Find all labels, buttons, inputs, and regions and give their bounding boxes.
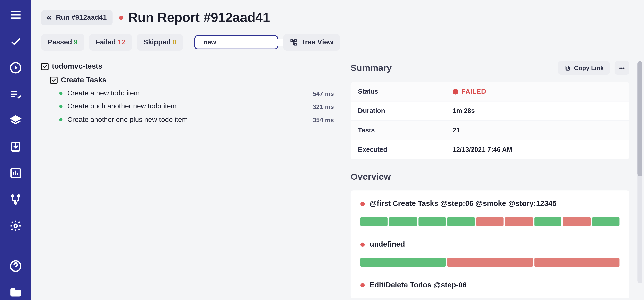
checkmark-icon[interactable] [9, 35, 22, 48]
play-circle-icon[interactable] [9, 62, 22, 74]
svg-point-32 [623, 68, 624, 68]
checkbox-checked-icon [50, 76, 57, 84]
segment-pass[interactable] [360, 258, 446, 267]
overview-segment-bar [360, 217, 619, 226]
overview-group-row[interactable]: Edit/Delete Todos @step-06 [360, 281, 619, 289]
svg-point-16 [18, 195, 20, 197]
svg-marker-8 [11, 116, 20, 121]
segment-pass[interactable] [360, 217, 388, 226]
overview-group-row[interactable]: @first Create Tasks @step:06 @smoke @sto… [360, 199, 619, 208]
checkbox-checked-icon [41, 63, 48, 70]
svg-rect-27 [294, 43, 296, 45]
svg-marker-4 [15, 66, 18, 70]
dots-icon [619, 65, 625, 71]
import-icon[interactable] [9, 141, 22, 153]
help-icon[interactable] [9, 260, 22, 272]
overview-segment-bar [360, 258, 619, 267]
summary-table: Status FAILED Duration 1m 28s Tests 21 [351, 82, 629, 159]
segment-fail[interactable] [505, 217, 533, 226]
layers-icon[interactable] [9, 114, 22, 127]
pass-dot-icon [59, 105, 62, 108]
segment-pass[interactable] [389, 217, 417, 226]
menu-icon[interactable] [9, 8, 22, 21]
svg-point-15 [12, 195, 14, 197]
fail-dot-icon [360, 202, 365, 206]
search-input[interactable] [203, 39, 290, 46]
table-row: Tests 21 [351, 121, 629, 140]
tree-view-button[interactable]: Tree View [283, 34, 340, 51]
tree-test-row[interactable]: Create a new todo item 547 ms [41, 87, 334, 100]
segment-fail[interactable] [476, 217, 504, 226]
overview-group-row[interactable]: undefined [360, 240, 619, 249]
breadcrumb-back-button[interactable]: Run #912aad41 [41, 10, 112, 25]
summary-pane: Summary Copy Link Status [344, 55, 644, 300]
svg-rect-29 [565, 66, 569, 69]
breadcrumb-label: Run #912aad41 [56, 13, 107, 22]
playlist-check-icon[interactable] [9, 88, 22, 100]
segment-fail[interactable] [563, 217, 591, 226]
copy-icon [564, 65, 571, 71]
more-menu-button[interactable] [615, 61, 629, 75]
fail-dot-icon [360, 242, 365, 246]
svg-point-31 [622, 68, 622, 68]
page-title: Run Report #912aad41 [128, 10, 270, 25]
left-nav-rail: U [0, 0, 31, 300]
segment-pass[interactable] [418, 217, 446, 226]
fail-dot-icon [453, 89, 458, 95]
svg-point-17 [15, 202, 17, 204]
scrollbar-thumb[interactable] [637, 61, 642, 176]
filter-failed-button[interactable]: Failed12 [89, 34, 132, 51]
test-tree-pane: todomvc-tests Create Tasks Create a new … [31, 55, 344, 300]
scrollbar-track[interactable] [637, 61, 642, 283]
table-row: Duration 1m 28s [351, 102, 629, 121]
segment-pass[interactable] [534, 217, 562, 226]
pass-dot-icon [59, 118, 62, 121]
segment-pass[interactable] [592, 217, 620, 226]
svg-rect-26 [294, 40, 296, 41]
summary-title: Summary [351, 63, 392, 73]
fail-dot-icon [360, 283, 365, 287]
gear-icon[interactable] [9, 220, 22, 232]
status-dot-icon [119, 15, 123, 19]
overview-title: Overview [351, 171, 639, 182]
pass-dot-icon [59, 92, 62, 95]
status-badge: FAILED [462, 88, 486, 95]
search-box[interactable] [194, 35, 278, 50]
tree-group-row[interactable]: Create Tasks [41, 73, 334, 87]
tree-test-row[interactable]: Create ouch another new todo item 321 ms [41, 100, 334, 113]
copy-link-button[interactable]: Copy Link [558, 61, 610, 75]
folder-icon[interactable] [9, 286, 22, 298]
branch-icon[interactable] [9, 193, 22, 206]
bar-chart-icon[interactable] [9, 167, 22, 179]
overview-card: @first Create Tasks @step:06 @smoke @sto… [351, 191, 629, 299]
tree-test-row[interactable]: Create another one plus new todo item 35… [41, 113, 334, 126]
chevrons-left-icon [45, 14, 53, 21]
svg-point-30 [620, 68, 620, 68]
svg-rect-28 [566, 67, 570, 70]
filter-passed-button[interactable]: Passed9 [41, 34, 84, 51]
tree-icon [290, 39, 297, 46]
segment-fail[interactable] [534, 258, 620, 267]
svg-rect-25 [291, 40, 292, 41]
table-row: Executed 12/13/2021 7:46 AM [351, 140, 629, 159]
tree-suite-row[interactable]: todomvc-tests [41, 60, 334, 73]
segment-pass[interactable] [447, 217, 475, 226]
table-row: Status FAILED [351, 82, 629, 102]
segment-fail[interactable] [447, 258, 533, 267]
filter-skipped-button[interactable]: Skipped0 [137, 34, 183, 51]
svg-point-18 [14, 224, 17, 227]
